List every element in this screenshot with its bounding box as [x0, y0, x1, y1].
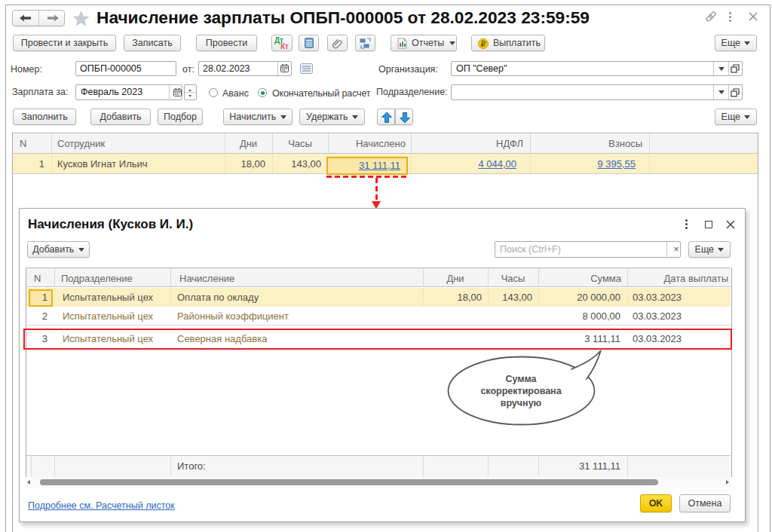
svg-text:₽: ₽ [481, 40, 486, 48]
